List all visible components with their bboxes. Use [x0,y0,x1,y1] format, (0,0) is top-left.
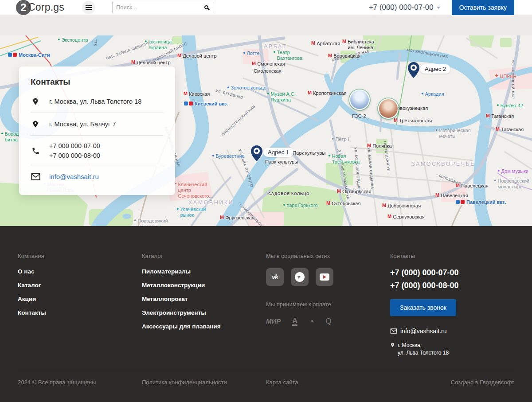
footer-catalog-link[interactable]: Пиломатериалы [142,268,266,275]
phone-icon [31,147,40,155]
sberbank-logo [309,316,314,326]
mir-logo [266,317,281,325]
marker-label: Адрес 1 [263,148,293,157]
card-phone-1[interactable]: +7 000 000-07-00 [49,142,100,149]
subheader-band [0,15,532,35]
footer-company-column: Компания О насКаталогАкцииКонтакты [18,253,142,366]
footer-address-text: г. Москва, ул. Льва Толстого 18 [398,342,449,357]
footer-email-link[interactable]: info@vashsait.ru [400,328,446,335]
request-button[interactable]: Оставить заявку [452,0,514,15]
footer-company-link[interactable]: Каталог [18,282,142,289]
contact-card: Контакты г. Москва, ул. Льва Толстого 18… [19,66,175,195]
footer-contacts-column: Контакты +7 (000) 000-07-00 +7 (000) 000… [390,253,514,366]
footer-catalog-title: Каталог [142,253,266,259]
map-marker[interactable]: Адрес 2 [408,62,419,80]
address-2: г. Москва, ул. Балчуг 7 [49,121,116,128]
phones-row: +7 000 000-07-00 +7 000 000-08-00 [31,136,164,166]
footer-columns: Компания О насКаталогАкцииКонтакты Катал… [18,253,514,366]
location-pin-icon [31,120,40,129]
hamburger-icon [86,7,92,8]
search-box [112,2,213,13]
footer-phone-1[interactable]: +7 (000) 000-07-00 [390,268,514,277]
menu-button[interactable] [82,1,95,14]
vk-button[interactable]: vk [266,268,284,286]
footer-payments-title: Мы принимаем к оплате [266,301,390,308]
address-row-1: г. Москва, ул. Льва Толстого 18 [31,90,164,113]
payments-row [266,316,390,326]
logo[interactable]: 2 Corp.gs [16,0,64,15]
vk-icon: vk [272,273,278,281]
address-1: г. Москва, ул. Льва Толстого 18 [49,98,141,105]
footer-company-link[interactable]: О нас [18,268,142,275]
header-phone-number: +7 (000) 000-07-00 [369,3,434,12]
header-phone[interactable]: +7 (000) 000-07-00 [369,3,440,12]
footer-company-link[interactable]: Акции [18,296,142,302]
photo-poi[interactable] [378,98,399,119]
footer-social-column: Мы в социальных сетях vk Мы принимаем к … [266,253,390,366]
privacy-link[interactable]: Политика конфиденциальности [142,379,266,386]
pin-icon [408,62,419,78]
header-right: +7 (000) 000-07-00 Оставить заявку [369,0,532,15]
map[interactable]: АРБАТ ХАМОВНИКИ ЗАМОСКВОРЕЧЬЕ ТТК НАБ. Т… [0,35,532,226]
card-phone-2[interactable]: +7 000 000-08-00 [49,152,100,159]
location-pin-icon [390,342,395,348]
search-icon [204,5,208,9]
social-row: vk [266,268,390,286]
footer-bottom-bar: 2024 © Все права защищены Политика конфи… [18,369,514,386]
pin-icon [251,145,262,161]
chevron-down-icon [437,7,440,9]
header: 2 Corp.gs +7 (000) 000-07-00 Оставить за… [0,0,532,15]
footer-catalog-link[interactable]: Аксессуары для плавания [142,323,266,330]
order-call-button[interactable]: Заказать звонок [390,299,456,316]
footer: Компания О насКаталогАкцииКонтакты Катал… [0,226,532,402]
copyright: 2024 © Все права защищены [18,379,142,386]
footer-phone-2[interactable]: +7 (000) 000-08-00 [390,281,514,290]
youtube-icon [320,273,329,281]
footer-email-row: info@vashsait.ru [390,328,514,335]
logo-text: Corp.gs [28,1,64,13]
card-email-link[interactable]: info@vashsait.ru [49,173,99,180]
sitemap-link[interactable]: Карта сайта [266,379,390,386]
footer-catalog-link[interactable]: Металлопрокат [142,296,266,302]
footer-company-title: Компания [18,253,142,259]
footer-company-link[interactable]: Контакты [18,309,142,316]
youtube-button[interactable] [316,268,333,286]
footer-contacts-title: Контакты [390,253,514,259]
footer-address: г. Москва, ул. Льва Толстого 18 [390,342,514,357]
envelope-icon [31,173,40,180]
credits-link[interactable]: Создано в Гвоздевсофт [390,379,514,386]
qiwi-logo [325,317,331,326]
telegram-button[interactable] [291,268,309,286]
photo-poi[interactable] [349,90,370,110]
telegram-icon [295,272,305,282]
alfabank-logo [292,317,297,326]
location-pin-icon [31,97,40,106]
contact-card-title: Контакты [31,77,164,87]
search-button[interactable] [200,2,213,13]
footer-catalog-link[interactable]: Металлоконструкции [142,282,266,289]
footer-social-title: Мы в социальных сетях [266,253,390,259]
map-marker[interactable]: Адрес 1 [251,145,262,163]
email-row: info@vashsait.ru [31,166,164,187]
marker-label: Адрес 2 [420,64,450,74]
address-row-2: г. Москва, ул. Балчуг 7 [31,113,164,136]
footer-catalog-column: Каталог ПиломатериалыМеталлоконструкцииМ… [142,253,266,366]
envelope-icon [390,328,397,334]
search-input[interactable] [113,4,200,11]
footer-catalog-link[interactable]: Электроинструменты [142,309,266,316]
